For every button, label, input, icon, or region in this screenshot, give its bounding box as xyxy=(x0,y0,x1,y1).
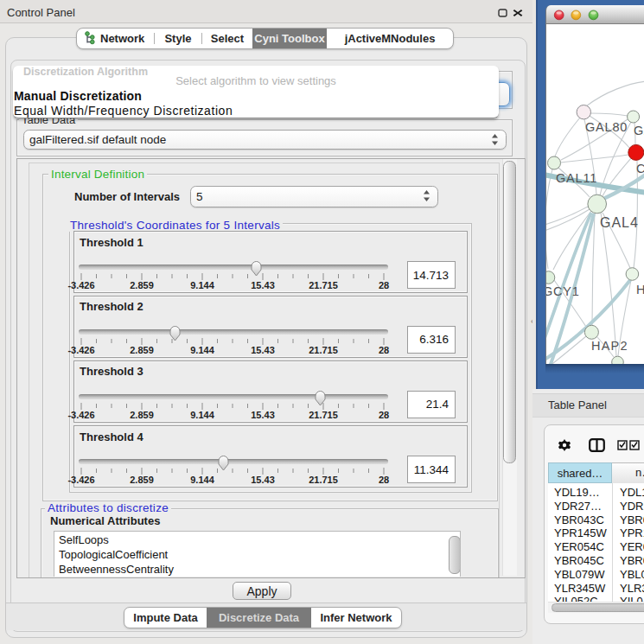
svg-text:GAL4: GAL4 xyxy=(600,215,639,230)
svg-text:GCY1: GCY1 xyxy=(546,284,580,298)
svg-text:GAL80: GAL80 xyxy=(585,120,628,134)
svg-text:HAP2: HAP2 xyxy=(591,339,628,353)
svg-text:GA: GA xyxy=(634,124,644,137)
svg-text:H: H xyxy=(636,283,644,296)
svg-text:C: C xyxy=(636,162,644,175)
svg-text:GAL11: GAL11 xyxy=(556,171,597,185)
